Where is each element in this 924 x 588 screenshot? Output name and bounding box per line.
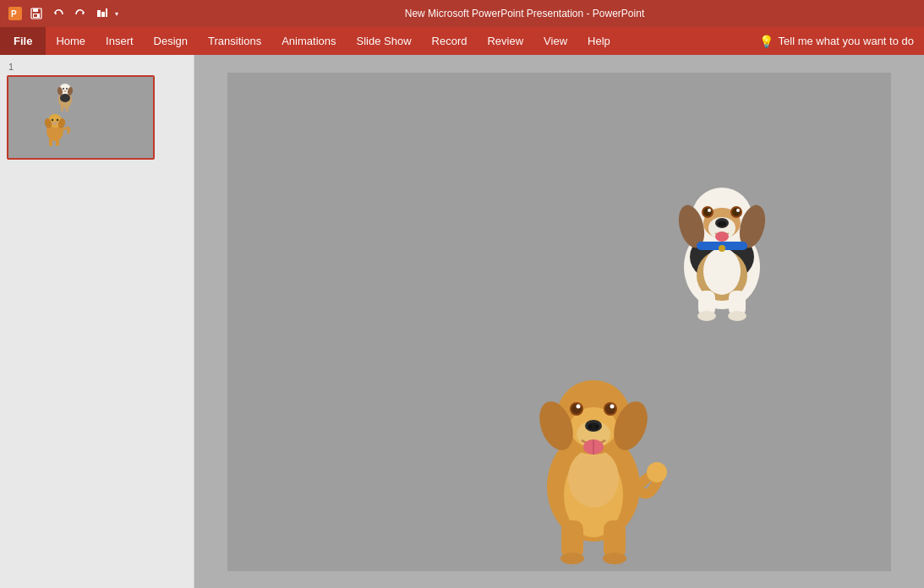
slide-thumbnail[interactable] [7, 75, 155, 160]
file-menu-item[interactable]: File [0, 27, 46, 55]
help-menu-item[interactable]: Help [577, 27, 621, 55]
slideshow-menu-item[interactable]: Slide Show [347, 27, 422, 55]
svg-rect-19 [61, 106, 63, 112]
svg-point-46 [736, 209, 740, 212]
svg-point-65 [595, 425, 599, 428]
svg-point-39 [719, 222, 721, 225]
undo-button[interactable] [49, 4, 68, 23]
svg-point-70 [576, 404, 580, 408]
content-area: 1 [0, 55, 924, 588]
svg-point-18 [63, 90, 67, 92]
svg-point-25 [52, 119, 53, 121]
insert-menu-item[interactable]: Insert [96, 27, 144, 55]
slide-number: 1 [8, 62, 187, 72]
svg-point-58 [568, 449, 619, 508]
beagle-dog-image[interactable] [654, 166, 790, 318]
svg-rect-10 [106, 8, 107, 17]
svg-point-64 [588, 425, 592, 428]
svg-point-55 [719, 245, 725, 252]
svg-point-45 [708, 209, 711, 212]
slide-canvas[interactable] [227, 73, 891, 571]
redo-button[interactable] [71, 4, 90, 23]
svg-point-26 [57, 119, 58, 121]
transitions-menu-item[interactable]: Transitions [198, 27, 271, 55]
svg-rect-9 [101, 12, 105, 17]
title-bar: P [0, 0, 924, 27]
slide-panel[interactable]: 1 [0, 55, 194, 588]
svg-point-15 [60, 94, 70, 102]
svg-point-33 [703, 248, 741, 295]
home-menu-item[interactable]: Home [46, 27, 96, 55]
svg-rect-5 [34, 14, 37, 17]
svg-point-53 [728, 311, 746, 321]
svg-rect-28 [49, 139, 52, 146]
svg-point-80 [647, 462, 667, 482]
customize-dropdown-arrow[interactable]: ▾ [115, 10, 118, 18]
customize-icon [93, 4, 112, 23]
svg-text:P: P [11, 9, 17, 19]
svg-point-71 [610, 404, 614, 408]
svg-point-49 [715, 231, 729, 242]
svg-point-40 [724, 222, 726, 225]
lightbulb-icon: 💡 [759, 35, 774, 48]
svg-point-78 [560, 553, 584, 564]
view-menu-item[interactable]: View [533, 27, 577, 55]
record-menu-item[interactable]: Record [422, 27, 478, 55]
tell-me-input[interactable]: 💡 Tell me what you want to do [749, 27, 924, 55]
main-slide-area[interactable] [194, 55, 924, 588]
animations-menu-item[interactable]: Animations [271, 27, 346, 55]
svg-point-79 [603, 553, 626, 564]
svg-point-17 [66, 88, 68, 90]
design-menu-item[interactable]: Design [144, 27, 198, 55]
review-menu-item[interactable]: Review [477, 27, 533, 55]
svg-point-44 [732, 208, 741, 216]
golden-retriever-dog-image[interactable] [509, 351, 678, 563]
svg-point-27 [52, 122, 57, 125]
svg-rect-20 [66, 106, 68, 112]
title-bar-left: P [0, 4, 125, 23]
svg-rect-3 [33, 8, 38, 12]
window-title: New Microsoft PowerPoint Presentation - … [125, 8, 924, 19]
svg-point-43 [703, 208, 712, 216]
powerpoint-icon: P [7, 5, 24, 22]
tell-me-label: Tell me what you want to do [779, 35, 914, 47]
save-button[interactable] [27, 4, 46, 23]
svg-rect-8 [97, 10, 101, 17]
svg-point-52 [697, 311, 716, 321]
svg-rect-29 [56, 139, 59, 146]
menu-bar: File Home Insert Design Transitions Anim… [0, 27, 924, 55]
svg-point-16 [63, 88, 64, 90]
